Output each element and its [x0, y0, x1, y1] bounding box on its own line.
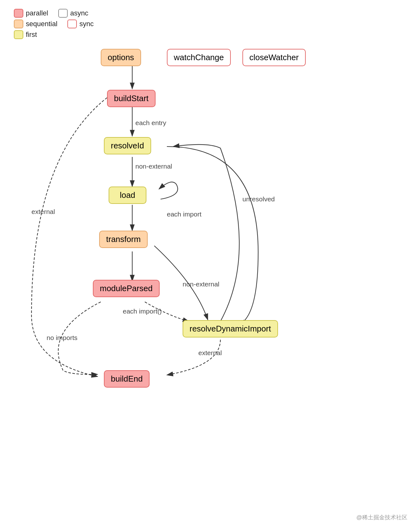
node-buildStart: buildStart [107, 90, 156, 107]
legend-item-first: first [14, 30, 37, 39]
legend-label-parallel: parallel [26, 9, 48, 17]
legend-label-first: first [26, 31, 37, 39]
first-icon [14, 30, 23, 39]
legend-label-sync: sync [79, 20, 94, 28]
label-non-external-2: non-external [183, 280, 219, 288]
legend-label-sequential: sequential [26, 20, 57, 28]
label-unresolved: unresolved [242, 195, 275, 203]
node-buildEnd: buildEnd [104, 370, 150, 388]
async-icon [58, 9, 68, 18]
legend-row-3: first [14, 30, 94, 39]
legend-item-sync: sync [67, 20, 94, 28]
label-each-entry: each entry [135, 119, 166, 127]
node-options: options [101, 49, 141, 66]
legend-label-async: async [70, 9, 88, 17]
legend: parallel async sequential sync first [14, 9, 94, 39]
sync-icon [67, 20, 77, 28]
legend-item-async: async [58, 9, 88, 18]
label-external: external [31, 208, 55, 216]
node-resolveId: resolveId [104, 137, 151, 154]
legend-row-2: sequential sync [14, 20, 94, 28]
label-no-imports: no imports [47, 334, 77, 342]
node-watchChange: watchChange [167, 49, 231, 66]
legend-row-1: parallel async [14, 9, 94, 18]
arrows-svg [0, 0, 420, 530]
label-external2: external [198, 349, 222, 357]
legend-item-parallel: parallel [14, 9, 48, 18]
label-each-import-call: each import() [123, 308, 162, 315]
node-transform: transform [99, 231, 148, 248]
legend-item-sequential: sequential [14, 20, 57, 28]
sequential-icon [14, 20, 23, 28]
node-closeWatcher: closeWatcher [242, 49, 306, 66]
watermark: @稀土掘金技术社区 [356, 514, 407, 521]
node-load: load [109, 187, 146, 204]
node-moduleParsed: moduleParsed [93, 280, 160, 297]
node-resolveDynamicImport: resolveDynamicImport [183, 320, 278, 337]
label-non-external-1: non-external [135, 163, 172, 170]
parallel-icon [14, 9, 23, 18]
label-each-import: each import [167, 210, 201, 218]
